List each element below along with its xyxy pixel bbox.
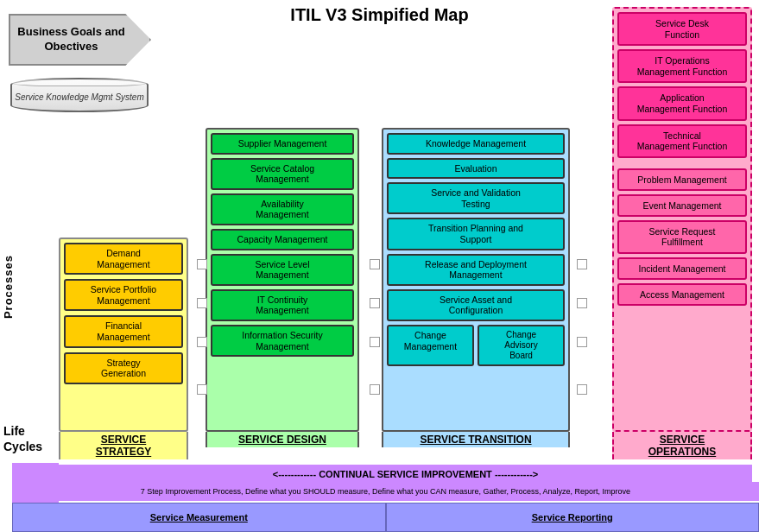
strategy-box-strategy-gen: StrategyGeneration [64,352,183,384]
ops-box-it-operations: IT OperationsManagement Function [617,49,747,83]
processes-label: Processes [2,255,15,319]
strategy-header: SERVICESTRATEGY [59,432,188,459]
connector-4 [197,384,207,395]
design-box-service-level: Service LevelManagement [211,254,354,286]
connector-6 [370,298,380,308]
csi-steps: 7 Step Improvement Process, Define what … [12,482,759,501]
operations-header: SERVICEOPERATIONS [612,432,752,459]
skms-label: Service Knowledge Mgmt System [15,92,144,102]
lifecycles-bg2 [12,463,59,482]
connector-9 [577,259,587,269]
csi-bar: <------------ CONTINUAL SERVICE IMPROVEM… [59,465,752,484]
connector-10 [577,298,587,308]
ops-box-incident: Incident Management [617,257,747,280]
transition-header: SERVICE TRANSITION [382,432,570,447]
service-operations-column: Service DeskFunction IT OperationsManage… [612,7,752,432]
transition-box-knowledge: Knowledge Management [387,133,565,155]
lifecycles-bg [12,482,59,503]
design-box-infosec: Information SecurityManagement [211,325,354,357]
transition-box-release: Release and DeploymentManagement [387,254,565,286]
transition-box-change: ChangeManagement [387,325,474,366]
ops-box-event: Event Management [617,194,747,217]
biz-goals-section: Business Goals andObectives [9,14,160,70]
design-box-catalog: Service CatalogManagement [211,158,354,190]
ops-box-problem: Problem Management [617,168,747,191]
measurement-bar: Service Measurement Service Reporting [12,503,759,532]
ops-box-technical: TechnicalManagement Function [617,124,747,158]
strategy-box-financial: FinancialManagement [64,315,183,347]
design-box-supplier: Supplier Management [211,133,354,155]
design-box-capacity: Capacity Management [211,229,354,250]
biz-goals-text: Business Goals andObectives [17,25,142,54]
transition-box-cab: ChangeAdvisoryBoard [478,325,565,366]
strategy-box-portfolio: Service PortfolioManagement [64,279,183,311]
connector-7 [370,337,380,347]
connector-5 [370,259,380,269]
ops-box-access: Access Management [617,283,747,306]
connector-11 [577,337,587,347]
connector-2 [197,298,207,308]
ops-box-service-request: Service RequestFulfillment [617,220,747,254]
design-header: SERVICE DESIGN [206,432,359,447]
service-strategy-column: DemandManagement Service PortfolioManage… [59,238,188,432]
transition-box-evaluation: Evaluation [387,158,565,180]
strategy-box-demand: DemandManagement [64,243,183,275]
transition-box-asset: Service Asset andConfiguration [387,289,565,321]
service-design-column: Supplier Management Service CatalogManag… [206,128,359,432]
transition-box-planning: Transition Planning andSupport [387,218,565,250]
skms-cylinder: Service Knowledge Mgmt System [10,78,157,114]
lifecycles-label: LifeCycles [3,423,42,454]
connector-8 [370,384,380,395]
connector-3 [197,337,207,347]
transition-box-validation: Service and ValidationTesting [387,182,565,214]
service-measurement: Service Measurement [12,503,386,532]
service-transition-column: Knowledge Management Evaluation Service … [382,128,570,432]
design-box-it-continuity: IT ContinuityManagement [211,289,354,321]
ops-box-service-desk: Service DeskFunction [617,12,747,46]
connector-12 [577,384,587,395]
service-reporting: Service Reporting [386,503,760,532]
design-box-availability: AvailabilityManagement [211,193,354,225]
ops-box-application: ApplicationManagement Function [617,86,747,120]
connector-1 [197,259,207,269]
